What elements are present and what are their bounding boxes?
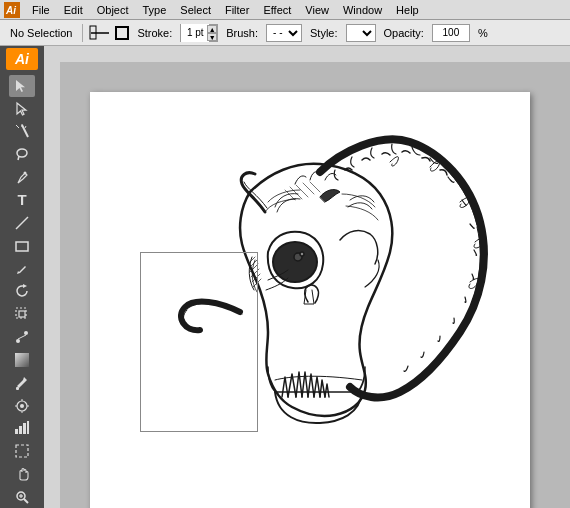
svg-point-38 [300,252,304,256]
svg-line-5 [16,125,19,128]
app-icon: Ai [4,2,20,18]
eyedropper-tool-btn[interactable] [9,372,35,394]
selection-status: No Selection [6,25,76,41]
style-select[interactable] [346,24,376,42]
svg-text:Ai: Ai [5,5,16,16]
menu-view[interactable]: View [299,3,335,17]
svg-rect-13 [19,311,25,317]
stroke-label: Stroke: [133,25,176,41]
stroke-spinner[interactable]: ▲ ▼ [207,25,217,41]
menu-filter[interactable]: Filter [219,3,255,17]
svg-point-10 [24,172,27,175]
svg-point-20 [20,404,24,408]
svg-line-4 [22,125,28,137]
graph-tool-btn[interactable] [9,418,35,440]
opacity-input[interactable] [432,24,470,42]
svg-line-11 [16,217,28,229]
pen-tool-btn[interactable] [9,166,35,188]
gradient-tool-btn[interactable] [9,349,35,371]
svg-point-36 [273,242,317,282]
pencil-tool-btn[interactable] [9,258,35,280]
svg-rect-28 [27,421,29,434]
svg-rect-17 [15,353,29,367]
zoom-tool-btn[interactable] [9,486,35,508]
stroke-up-btn[interactable]: ▲ [207,25,217,33]
menu-effect[interactable]: Effect [257,3,297,17]
canvas-workspace[interactable] [60,62,570,508]
svg-rect-12 [16,242,28,251]
stroke-value-input[interactable] [181,24,209,42]
line-tool-btn[interactable] [9,212,35,234]
svg-line-31 [24,499,28,503]
opacity-label: Opacity: [380,25,428,41]
svg-point-8 [17,149,27,157]
selection-tool-btn[interactable] [9,75,35,97]
blend-tool-btn[interactable] [9,326,35,348]
scale-tool-btn[interactable] [9,303,35,325]
svg-rect-27 [23,423,26,434]
left-toolbar: Ai T [0,46,44,508]
artboard-tool-btn[interactable] [9,440,35,462]
menu-bar: Ai File Edit Object Type Select Filter E… [0,0,570,20]
svg-line-9 [18,156,19,160]
svg-rect-35 [44,62,60,508]
menu-window[interactable]: Window [337,3,388,17]
ruler-left [44,62,60,508]
svg-point-16 [24,331,28,335]
lasso-tool-btn[interactable] [9,143,35,165]
symbol-tool-btn[interactable] [9,395,35,417]
svg-rect-34 [44,46,570,62]
menu-file[interactable]: File [26,3,56,17]
menu-help[interactable]: Help [390,3,425,17]
stroke-down-btn[interactable]: ▼ [207,33,217,41]
canvas-area[interactable]: // ruler ticks rendered inline [44,46,570,508]
toolbar-separator-1 [82,24,83,42]
opacity-unit: % [474,25,492,41]
rectangle-tool-btn[interactable] [9,235,35,257]
menu-edit[interactable]: Edit [58,3,89,17]
svg-rect-29 [16,445,28,457]
brush-label: Brush: [222,25,262,41]
ai-logo: Ai [6,48,38,70]
svg-rect-25 [15,429,18,434]
magic-wand-btn[interactable] [9,121,35,143]
svg-line-7 [25,126,26,128]
artboard [90,92,530,508]
ruler-top: // ruler ticks rendered inline [44,46,570,62]
direct-selection-tool-btn[interactable] [9,98,35,120]
menu-type[interactable]: Type [137,3,173,17]
stroke-line-icon [89,25,111,41]
hand-tool-btn[interactable] [9,463,35,485]
stroke-color-box[interactable] [115,26,129,40]
svg-point-15 [16,339,20,343]
options-toolbar: No Selection Stroke: ▲ ▼ Brush: - - Styl… [0,20,570,46]
brush-select[interactable]: - - [266,24,302,42]
menu-select[interactable]: Select [174,3,217,17]
svg-rect-26 [19,426,22,434]
rotate-tool-btn[interactable] [9,280,35,302]
type-tool-btn[interactable]: T [9,189,35,211]
style-label: Style: [306,25,342,41]
svg-rect-18 [16,387,19,390]
skull-illustration [120,112,520,492]
main-area: Ai T [0,46,570,508]
menu-object[interactable]: Object [91,3,135,17]
